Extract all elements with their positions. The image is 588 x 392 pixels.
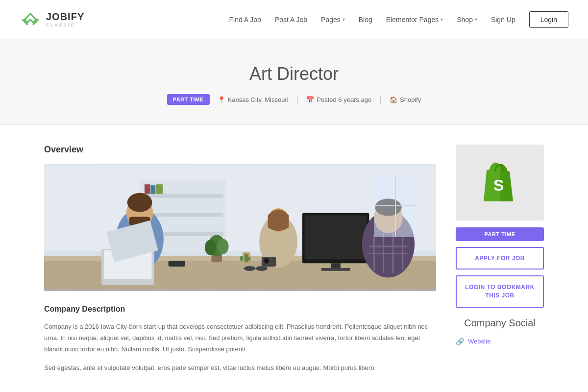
svg-point-46 [256, 266, 267, 271]
company-logo-box: S [456, 145, 544, 220]
website-icon: 🔗 [456, 338, 464, 345]
company-desc-para-2: Sed egestas, ante et vulputate volutpat,… [44, 363, 436, 374]
location-text: Kansas City, Missouri [228, 96, 289, 103]
svg-rect-7 [151, 185, 156, 194]
svg-rect-8 [156, 184, 163, 194]
office-photo [44, 164, 436, 291]
website-label: Website [468, 338, 491, 345]
chevron-down-icon: ▾ [343, 17, 345, 22]
svg-text:S: S [493, 176, 504, 194]
nav-shop-label: Shop [457, 16, 473, 24]
main-nav: Find A Job Post A Job Pages ▾ Blog Eleme… [229, 11, 568, 28]
company-icon: 🏠 [390, 96, 397, 103]
nav-find-job[interactable]: Find A Job [229, 16, 261, 24]
overview-image [44, 164, 436, 291]
svg-rect-44 [169, 261, 185, 267]
job-type-badge: PART TIME [167, 94, 210, 105]
svg-rect-23 [321, 268, 350, 271]
nav-pages-label: Pages [321, 16, 341, 24]
logo-icon [20, 11, 41, 28]
hero-section: Art Director PART TIME 📍 Kansas City, Mi… [0, 39, 588, 125]
svg-point-36 [217, 239, 228, 254]
apply-job-button[interactable]: APPLY FOR JOB [456, 247, 544, 270]
job-location: 📍 Kansas City, Missouri [218, 96, 289, 103]
meta-divider-1: | [296, 95, 299, 105]
logo: JOBIFY CLASSIC [20, 11, 84, 28]
header: JOBIFY CLASSIC Find A Job Post A Job Pag… [0, 0, 588, 39]
office-scene-svg [44, 164, 436, 291]
calendar-icon: 📅 [306, 96, 314, 103]
logo-text: JOBIFY CLASSIC [46, 11, 84, 27]
company-social-title: Company Social [456, 318, 544, 329]
company-desc-para-1: Company is a 2016 Iowa City-born start-u… [44, 321, 436, 355]
nav-elementor-dropdown[interactable]: Elementor Pages ▾ [386, 16, 443, 24]
logo-sub: CLASSIC [46, 23, 84, 27]
nav-login-button[interactable]: Login [529, 11, 568, 28]
content-left: Overview [44, 145, 436, 382]
nav-shop-dropdown[interactable]: Shop ▾ [457, 16, 477, 24]
svg-rect-6 [145, 184, 150, 194]
nav-blog[interactable]: Blog [359, 16, 372, 24]
svg-rect-38 [245, 254, 248, 263]
svg-point-13 [127, 193, 152, 212]
svg-rect-21 [305, 216, 367, 260]
company-text: Shopify [400, 96, 421, 103]
shopify-logo: S [478, 158, 522, 207]
nav-pages-dropdown[interactable]: Pages ▾ [321, 16, 345, 24]
posted-text: Posted 6 years ago [317, 96, 371, 103]
job-meta: PART TIME 📍 Kansas City, Missouri | 📅 Po… [10, 94, 578, 105]
chevron-down-icon-2: ▾ [441, 17, 443, 22]
svg-rect-39 [240, 256, 243, 261]
main-content: Overview [24, 145, 564, 382]
nav-sign-up[interactable]: Sign Up [491, 16, 515, 24]
job-posted-date: 📅 Posted 6 years ago [306, 96, 371, 103]
location-icon: 📍 [218, 96, 225, 103]
svg-point-35 [205, 240, 216, 255]
nav-post-job[interactable]: Post A Job [275, 16, 307, 24]
job-company: 🏠 Shopify [390, 96, 421, 103]
sidebar-badge: PART TIME [456, 227, 544, 241]
company-desc-title: Company Description [44, 305, 436, 314]
logo-name: JOBIFY [46, 11, 84, 23]
content-right: S PART TIME APPLY FOR JOB LOGIN TO BOOKM… [456, 145, 544, 347]
bookmark-job-button[interactable]: LOGIN TO BOOKMARK THIS JOB [456, 275, 544, 308]
svg-rect-3 [142, 194, 223, 198]
website-link[interactable]: 🔗 Website [456, 336, 544, 347]
svg-point-43 [265, 259, 268, 262]
job-title: Art Director [10, 64, 578, 84]
meta-divider-2: | [379, 95, 382, 105]
svg-point-45 [244, 266, 255, 271]
chevron-down-icon-3: ▾ [475, 17, 477, 22]
overview-title: Overview [44, 145, 436, 155]
nav-elementor-label: Elementor Pages [386, 16, 439, 24]
svg-rect-40 [248, 257, 251, 261]
